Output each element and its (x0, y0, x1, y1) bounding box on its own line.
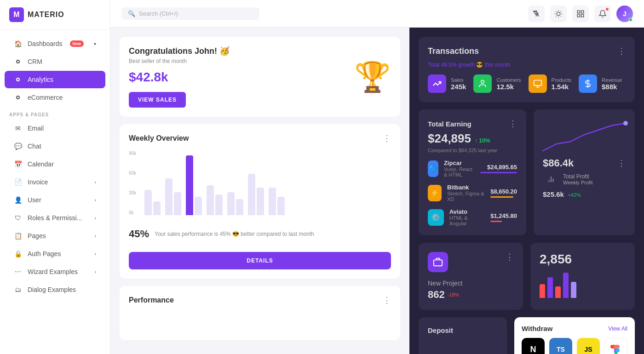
nextjs-icon: N (522, 338, 545, 354)
customers-stat-icon (473, 74, 492, 93)
bar-light (277, 197, 285, 215)
sidebar-item-roles[interactable]: 🛡 Roles & Permissi... › (5, 209, 105, 227)
lock-icon: 🔒 (14, 250, 22, 258)
bitbank-sub: Sketch, Figma & XD (447, 191, 485, 202)
earning-list: 🔷 Zipcar Vuejs, React & HTML $24,895.65 (428, 160, 517, 226)
new-project-icon (428, 252, 448, 272)
aviato-name: Aviato (449, 208, 485, 215)
performance-more-button[interactable]: ⋮ (383, 295, 391, 305)
aviato-bar (490, 221, 502, 222)
sidebar-item-label: Email (28, 125, 44, 132)
weekly-percentage: 45% (129, 228, 149, 240)
svg-point-18 (623, 121, 628, 126)
sidebar-item-crm[interactable]: CRM (5, 53, 105, 70)
sidebar-item-label: eCommerce (28, 94, 63, 101)
earning-profit-row: Total Earning ⋮ $24,895 ↑ 10% Compared t… (419, 109, 635, 235)
svg-rect-9 (577, 11, 580, 13)
stat-revenue: Revenue $88k (579, 74, 622, 93)
home-icon: 🏠 (14, 40, 22, 48)
view-sales-button[interactable]: VIEW SALES (129, 92, 186, 108)
bar-group-5 (227, 192, 243, 215)
earning-item-aviato: ⚙️ Aviato HTML & Angular $1,245.80 (428, 208, 517, 226)
bitbank-icon: ⚡ (428, 185, 442, 201)
sidebar-item-ecommerce[interactable]: eCommerce (5, 89, 105, 106)
earning-more-button[interactable]: ⋮ (509, 119, 517, 129)
stat-products-label: Products (552, 77, 571, 83)
sidebar-item-invoice[interactable]: 📄 Invoice › (5, 173, 105, 191)
stat-customers: Customers 12.5k (473, 74, 521, 93)
sidebar-nav: 🏠 Dashboards New ▾ CRM Analytics eCommer… (0, 30, 110, 354)
bar-light (269, 188, 276, 215)
congrats-left: Congratulations John! 🥳 Best seller of t… (129, 46, 230, 108)
new-project-pct: -18% (448, 292, 460, 297)
sidebar-item-label: Analytics (28, 76, 53, 83)
profit-side-cards: $86.4k ⋮ Total Profit (534, 109, 635, 235)
sidebar-item-dashboards[interactable]: 🏠 Dashboards New ▾ (5, 35, 105, 52)
bitbank-bar (490, 196, 513, 198)
zipcar-sub: Vuejs, React & HTML (444, 166, 475, 177)
search-placeholder: Search (Ctrl+/) (139, 10, 178, 17)
deposit-title: Deposit (428, 326, 453, 334)
sidebar-item-dialog[interactable]: 🗂 Dialog Examples (5, 281, 105, 298)
performance-card: Performance ⋮ (120, 286, 400, 340)
weekly-profit-pct: +42% (568, 192, 581, 198)
content-area: Congratulations John! 🥳 Best seller of t… (110, 28, 644, 354)
revenue-stat-icon (579, 74, 597, 93)
svg-point-23 (616, 348, 620, 352)
sidebar-item-wizard[interactable]: ⋯ Wizard Examples › (5, 263, 105, 280)
profit-more-button[interactable]: ⋮ (617, 158, 626, 168)
transactions-title: Transactions (428, 46, 479, 56)
bar-group-4 (207, 185, 223, 215)
translate-icon-button[interactable] (528, 6, 545, 22)
view-all-button[interactable]: View All (608, 325, 627, 332)
pages-icon: 📋 (14, 232, 22, 240)
topbar: 🔍 Search (Ctrl+/) (110, 0, 644, 28)
grid-icon-button[interactable] (572, 6, 589, 22)
bar-light (207, 185, 214, 215)
bitbank-info: Bitbank Sketch, Figma & XD (447, 184, 485, 202)
aviato-icon: ⚙️ (428, 209, 444, 226)
user-avatar[interactable]: J (616, 6, 633, 22)
profit-chart-icon (543, 171, 559, 188)
y-label-60k: 60k (129, 171, 136, 176)
earning-amount: $24,895 (428, 131, 471, 146)
bar-group-2 (165, 178, 181, 215)
sidebar-item-user[interactable]: 👤 User › (5, 191, 105, 209)
left-panel: Congratulations John! 🥳 Best seller of t… (110, 28, 409, 354)
small-bar-lavender (571, 282, 576, 298)
details-button[interactable]: DETAILS (129, 252, 391, 269)
sidebar-item-chat[interactable]: 💬 Chat (5, 137, 105, 155)
weekly-description: Your sales performance is 45% 😎 better c… (155, 231, 314, 237)
circle-icon (14, 57, 22, 66)
earning-item-zipcar: 🔷 Zipcar Vuejs, React & HTML $24,895.65 (428, 160, 517, 177)
sidebar-item-auth[interactable]: 🔒 Auth Pages › (5, 245, 105, 263)
apps-pages-section-label: APPS & PAGES (0, 107, 110, 119)
new-project-card: ⋮ New Project 862 -18% (419, 243, 523, 310)
bell-icon-button[interactable] (594, 6, 611, 22)
logo-text: MATERIO (28, 11, 64, 19)
sidebar-item-label: Auth Pages (28, 250, 61, 257)
avatar-letter: J (623, 10, 627, 17)
new-project-more-button[interactable]: ⋮ (506, 252, 514, 262)
nav-badge-new: New (70, 40, 84, 47)
sidebar-item-calendar[interactable]: 📅 Calendar (5, 155, 105, 173)
sidebar-item-analytics[interactable]: Analytics (5, 71, 105, 88)
earning-percentage: ↑ 10% (475, 137, 490, 144)
search-box[interactable]: 🔍 Search (Ctrl+/) (121, 7, 259, 20)
svg-line-4 (561, 16, 561, 16)
sun-icon-button[interactable] (550, 6, 567, 22)
right-panel: Transactions ⋮ Total 48.5% growth 😎 this… (409, 28, 644, 354)
sidebar-item-email[interactable]: ✉ Email (5, 120, 105, 137)
deposit-withdraw-row: Deposit Withdraw View All N (419, 317, 635, 354)
more-options-button[interactable]: ⋮ (383, 133, 391, 143)
stat-customers-info: Customers 12.5k (496, 77, 521, 91)
bar-group-7 (269, 188, 285, 215)
sidebar-item-pages[interactable]: 📋 Pages › (5, 227, 105, 245)
stat-revenue-label: Revenue (602, 77, 622, 83)
sidebar-item-label: Wizard Examples (28, 268, 78, 275)
stat-customers-value: 12.5k (496, 83, 521, 91)
stat-sales: Sales 245k (428, 74, 466, 93)
transactions-more-button[interactable]: ⋮ (617, 46, 626, 56)
zipcar-amount: $24,895.65 (480, 164, 517, 171)
y-label-0k: 0k (129, 210, 136, 215)
